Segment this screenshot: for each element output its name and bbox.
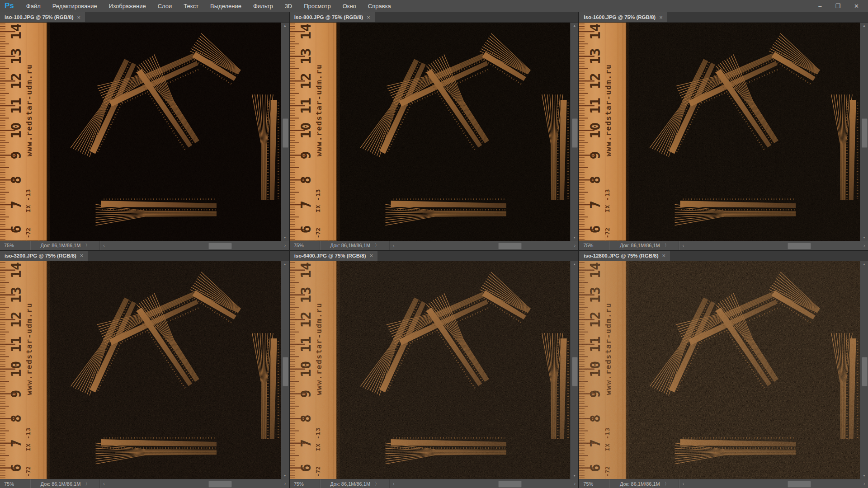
scroll-down-icon[interactable]: ▼	[281, 235, 289, 241]
horizontal-scroll-thumb[interactable]	[498, 481, 522, 488]
menu-item-4[interactable]: Слои	[152, 0, 178, 12]
horizontal-scrollbar[interactable]: ‹ ›	[679, 479, 868, 488]
scroll-down-icon[interactable]: ▼	[860, 473, 868, 479]
document-canvas-area[interactable]: 67891011121314 www.redstar-udm.ru IX -13…	[290, 261, 579, 479]
vertical-scrollbar[interactable]: ▲ ▼	[570, 261, 578, 479]
horizontal-scroll-track[interactable]	[687, 479, 861, 488]
menu-item-6[interactable]: Выделение	[204, 0, 247, 12]
document-size-field[interactable]: Док: 86,1M/86,1M 〉	[610, 241, 679, 250]
document-canvas[interactable]: 67891011121314 www.redstar-udm.ru IX -13…	[0, 261, 281, 479]
menu-item-3[interactable]: Изображение	[103, 0, 152, 12]
horizontal-scroll-track[interactable]	[397, 479, 571, 488]
document-tab[interactable]: iso-100.JPG @ 75% (RGB/8) ×	[0, 12, 85, 22]
scroll-left-icon[interactable]: ‹	[679, 481, 687, 486]
document-size-field[interactable]: Док: 86,1M/86,1M 〉	[31, 241, 99, 250]
document-size-field[interactable]: Док: 86,1M/86,1M 〉	[31, 479, 99, 488]
horizontal-scroll-track[interactable]	[108, 241, 282, 250]
document-tab[interactable]: iso-12800.JPG @ 75% (RGB/8) ×	[579, 251, 670, 261]
horizontal-scrollbar[interactable]: ‹ ›	[679, 241, 868, 250]
menu-item-9[interactable]: Просмотр	[298, 0, 336, 12]
document-canvas-area[interactable]: 67891011121314 www.redstar-udm.ru IX -13…	[579, 23, 868, 241]
horizontal-scrollbar[interactable]: ‹ ›	[390, 479, 579, 488]
document-canvas-area[interactable]: 67891011121314 www.redstar-udm.ru IX -13…	[0, 23, 289, 241]
document-canvas[interactable]: 67891011121314 www.redstar-udm.ru IX -13…	[0, 23, 281, 241]
document-size-field[interactable]: Док: 86,1M/86,1M 〉	[321, 241, 389, 250]
scroll-right-icon[interactable]: ›	[282, 481, 289, 486]
status-expand-chevron-icon[interactable]: 〉	[665, 242, 669, 249]
tab-close-icon[interactable]: ×	[662, 253, 666, 258]
vertical-scroll-thumb[interactable]	[283, 118, 288, 148]
zoom-level-field[interactable]: 75%	[0, 241, 31, 250]
scroll-up-icon[interactable]: ▲	[860, 23, 868, 29]
vertical-scroll-thumb[interactable]	[572, 357, 578, 386]
scroll-down-icon[interactable]: ▼	[571, 473, 578, 479]
status-expand-chevron-icon[interactable]: 〉	[665, 481, 669, 487]
vertical-scroll-thumb[interactable]	[862, 357, 868, 386]
horizontal-scroll-thumb[interactable]	[788, 481, 811, 488]
scroll-left-icon[interactable]: ‹	[100, 481, 108, 486]
menu-item-1[interactable]: Файл	[20, 0, 47, 12]
horizontal-scroll-track[interactable]	[687, 241, 861, 250]
document-tab[interactable]: iso-6400.JPG @ 75% (RGB/8) ×	[290, 251, 377, 261]
scroll-down-icon[interactable]: ▼	[281, 473, 289, 479]
scroll-up-icon[interactable]: ▲	[571, 261, 578, 267]
menu-item-8[interactable]: 3D	[279, 0, 298, 12]
scroll-up-icon[interactable]: ▲	[571, 23, 578, 29]
menu-item-2[interactable]: Редактирование	[47, 0, 103, 12]
status-expand-chevron-icon[interactable]: 〉	[85, 481, 90, 487]
scroll-up-icon[interactable]: ▲	[281, 261, 289, 267]
vertical-scrollbar[interactable]: ▲ ▼	[570, 23, 578, 241]
zoom-level-field[interactable]: 75%	[579, 241, 610, 250]
scroll-right-icon[interactable]: ›	[571, 481, 578, 486]
vertical-scrollbar[interactable]: ▲ ▼	[281, 23, 289, 241]
scroll-down-icon[interactable]: ▼	[860, 235, 868, 241]
close-icon[interactable]: ✕	[854, 3, 859, 9]
status-expand-chevron-icon[interactable]: 〉	[375, 242, 379, 249]
scroll-right-icon[interactable]: ›	[861, 243, 868, 248]
scroll-left-icon[interactable]: ‹	[390, 243, 397, 248]
horizontal-scroll-track[interactable]	[397, 241, 571, 250]
document-canvas[interactable]: 67891011121314 www.redstar-udm.ru IX -13…	[290, 23, 571, 241]
tab-close-icon[interactable]: ×	[659, 14, 663, 20]
document-canvas-area[interactable]: 67891011121314 www.redstar-udm.ru IX -13…	[0, 261, 289, 479]
scroll-up-icon[interactable]: ▲	[860, 261, 868, 267]
document-canvas[interactable]: 67891011121314 www.redstar-udm.ru IX -13…	[579, 23, 860, 241]
scroll-left-icon[interactable]: ‹	[100, 243, 108, 248]
menu-item-5[interactable]: Текст	[178, 0, 204, 12]
document-size-field[interactable]: Док: 86,1M/86,1M 〉	[321, 479, 389, 488]
horizontal-scroll-thumb[interactable]	[788, 243, 811, 249]
zoom-level-field[interactable]: 75%	[290, 241, 321, 250]
horizontal-scrollbar[interactable]: ‹ ›	[100, 241, 289, 250]
document-size-field[interactable]: Док: 86,1M/86,1M 〉	[610, 479, 679, 488]
scroll-right-icon[interactable]: ›	[861, 481, 868, 486]
vertical-scroll-thumb[interactable]	[283, 357, 288, 386]
scroll-left-icon[interactable]: ‹	[390, 481, 397, 486]
scroll-down-icon[interactable]: ▼	[571, 235, 578, 241]
vertical-scrollbar[interactable]: ▲ ▼	[281, 261, 289, 479]
horizontal-scrollbar[interactable]: ‹ ›	[390, 241, 579, 250]
menu-item-10[interactable]: Окно	[337, 0, 362, 12]
horizontal-scrollbar[interactable]: ‹ ›	[100, 479, 289, 488]
minimize-icon[interactable]: –	[818, 3, 821, 9]
tab-close-icon[interactable]: ×	[77, 14, 80, 20]
horizontal-scroll-thumb[interactable]	[208, 481, 232, 488]
menu-item-7[interactable]: Фильтр	[247, 0, 279, 12]
vertical-scroll-thumb[interactable]	[862, 118, 868, 148]
document-tab[interactable]: iso-3200.JPG @ 75% (RGB/8) ×	[0, 251, 88, 261]
zoom-level-field[interactable]: 75%	[579, 479, 610, 488]
scroll-left-icon[interactable]: ‹	[679, 243, 687, 248]
restore-icon[interactable]: ❐	[835, 3, 840, 9]
tab-close-icon[interactable]: ×	[370, 253, 373, 258]
vertical-scrollbar[interactable]: ▲ ▼	[860, 261, 868, 479]
horizontal-scroll-track[interactable]	[108, 479, 282, 488]
document-canvas[interactable]: 67891011121314 www.redstar-udm.ru IX -13…	[579, 261, 860, 479]
scroll-right-icon[interactable]: ›	[282, 243, 289, 248]
document-canvas[interactable]: 67891011121314 www.redstar-udm.ru IX -13…	[290, 261, 571, 479]
scroll-right-icon[interactable]: ›	[571, 243, 578, 248]
menu-item-11[interactable]: Справка	[362, 0, 397, 12]
status-expand-chevron-icon[interactable]: 〉	[85, 242, 90, 249]
vertical-scroll-thumb[interactable]	[572, 118, 578, 148]
document-canvas-area[interactable]: 67891011121314 www.redstar-udm.ru IX -13…	[290, 23, 579, 241]
tab-close-icon[interactable]: ×	[80, 253, 84, 258]
document-tab[interactable]: iso-1600.JPG @ 75% (RGB/8) ×	[579, 12, 667, 22]
